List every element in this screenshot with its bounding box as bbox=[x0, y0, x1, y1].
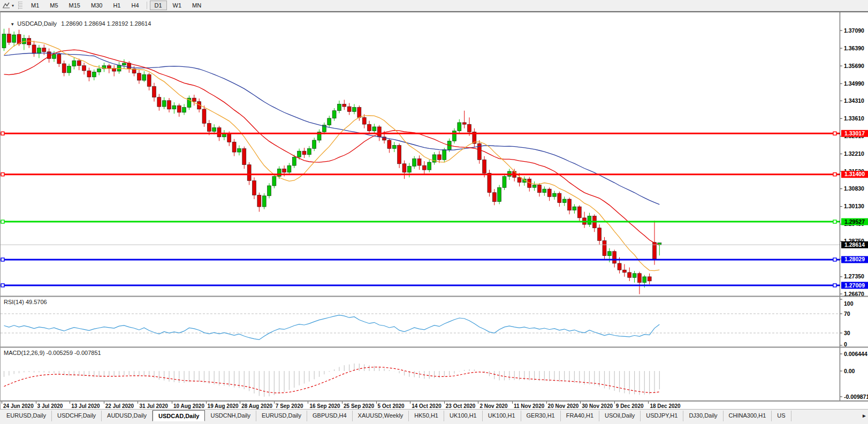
chart-tool-icon[interactable] bbox=[2, 2, 11, 9]
timeframe-button-D1[interactable]: D1 bbox=[150, 1, 167, 10]
rsi-line: 10070300 bbox=[1, 297, 868, 348]
date-tick bbox=[2, 402, 2, 404]
macd-panel[interactable]: 0.0064440.00-0.009871 bbox=[1, 348, 868, 400]
timeframe-button-M5[interactable]: M5 bbox=[45, 1, 63, 10]
svg-text:1.28614: 1.28614 bbox=[844, 241, 865, 248]
date-label: 25 Sep 2020 bbox=[344, 403, 374, 409]
date-tick bbox=[172, 402, 172, 404]
date-tick bbox=[274, 402, 275, 404]
chart-tab-EURUSD-Daily[interactable]: EURUSD,Daily bbox=[1, 411, 52, 421]
date-tick bbox=[410, 402, 410, 404]
date-label: 23 Oct 2020 bbox=[446, 403, 476, 409]
chart-tab-HK50-H1[interactable]: HK50,H1 bbox=[409, 411, 444, 421]
svg-text:-0.009871: -0.009871 bbox=[844, 393, 868, 400]
zigzag-icon bbox=[2, 2, 11, 9]
chart-tab-USOil-Daily[interactable]: USOil,Daily bbox=[599, 411, 641, 421]
chart-tab-UK100-H1[interactable]: UK100,H1 bbox=[483, 411, 521, 421]
collapse-caret-icon[interactable]: ▼ bbox=[10, 22, 14, 27]
chart-window[interactable]: ▼USDCAD,Daily1.28690 1.28694 1.28192 1.2… bbox=[0, 11, 868, 409]
svg-text:1.36390: 1.36390 bbox=[844, 45, 864, 51]
date-label: 30 Nov 2020 bbox=[582, 403, 613, 409]
timeframe-button-W1[interactable]: W1 bbox=[168, 1, 187, 10]
timeframe-button-M1[interactable]: M1 bbox=[26, 1, 44, 10]
chart-ohlc-values: 1.28690 1.28694 1.28192 1.28614 bbox=[61, 20, 151, 27]
date-label: 16 Sep 2020 bbox=[309, 403, 340, 409]
chart-tab-USDCHF-Daily[interactable]: USDCHF,Daily bbox=[52, 411, 102, 421]
svg-text:1.29527: 1.29527 bbox=[844, 218, 865, 225]
svg-text:1.32210: 1.32210 bbox=[844, 150, 864, 157]
candlesticks: 1.370901.363901.356901.349901.343101.336… bbox=[1, 12, 868, 297]
date-tick bbox=[70, 402, 70, 404]
date-label: 10 Aug 2020 bbox=[173, 403, 204, 409]
chart-tool-dropdown-icon[interactable]: ▾ bbox=[12, 3, 14, 8]
date-label: 7 Sep 2020 bbox=[276, 403, 303, 409]
chart-tab-US[interactable]: US bbox=[772, 411, 791, 421]
chart-tab-GBPUSD-H4[interactable]: GBPUSD,H4 bbox=[307, 411, 353, 421]
date-label: 13 Jul 2020 bbox=[71, 403, 100, 409]
svg-text:1.30130: 1.30130 bbox=[844, 203, 864, 209]
chart-tab-UK100-H1[interactable]: UK100,H1 bbox=[444, 411, 483, 421]
date-label: 22 Jul 2020 bbox=[105, 403, 134, 409]
rsi-indicator-label: RSI(14) 49.5706 bbox=[4, 299, 47, 305]
date-label: 31 Jul 2020 bbox=[139, 403, 167, 409]
svg-text:0.00: 0.00 bbox=[844, 368, 855, 374]
chart-tab-XAUUSD-Weekly[interactable]: XAUUSD,Weekly bbox=[353, 411, 409, 421]
svg-text:1.33017: 1.33017 bbox=[844, 130, 865, 137]
chart-tab-EURUSD-Daily[interactable]: EURUSD,Daily bbox=[256, 411, 307, 421]
chart-tab-DJ30-Daily[interactable]: DJ30,Daily bbox=[683, 411, 723, 421]
svg-text:1.34990: 1.34990 bbox=[844, 80, 864, 87]
svg-text:0: 0 bbox=[844, 341, 847, 347]
svg-text:1.33610: 1.33610 bbox=[844, 115, 864, 122]
date-tick bbox=[138, 402, 138, 404]
date-label: 18 Dec 2020 bbox=[650, 403, 680, 409]
timeframe-button-H1[interactable]: H1 bbox=[108, 1, 125, 10]
date-tick bbox=[36, 402, 36, 404]
date-label: 5 Oct 2020 bbox=[378, 403, 405, 409]
rsi-panel[interactable]: 10070300 bbox=[1, 297, 868, 348]
svg-text:1.34310: 1.34310 bbox=[844, 97, 864, 104]
date-label: 2 Nov 2020 bbox=[479, 403, 507, 409]
date-label: 14 Oct 2020 bbox=[412, 403, 441, 409]
chart-tabbar: EURUSD,DailyUSDCHF,DailyAUDUSD,DailyUSDC… bbox=[0, 409, 868, 424]
macd-indicator-label: MACD(12,26,9) -0.005259 -0.007851 bbox=[4, 350, 101, 356]
svg-text:0.006444: 0.006444 bbox=[844, 351, 867, 357]
chart-tab-GER30-H1[interactable]: GER30,H1 bbox=[521, 411, 561, 421]
svg-text:1.27009: 1.27009 bbox=[844, 282, 865, 289]
chart-tab-USDCNH-Daily[interactable]: USDCNH,Daily bbox=[205, 411, 256, 421]
svg-text:30: 30 bbox=[844, 330, 850, 336]
date-label: 9 Dec 2020 bbox=[616, 403, 644, 409]
chart-tab-FRA40-H1[interactable]: FRA40,H1 bbox=[561, 411, 599, 421]
date-tick bbox=[308, 402, 308, 404]
date-label: 28 Aug 2020 bbox=[241, 403, 272, 409]
date-tick bbox=[614, 402, 615, 404]
date-tick bbox=[104, 402, 104, 404]
tab-scroll-right-icon[interactable]: ► bbox=[862, 413, 867, 419]
svg-text:100: 100 bbox=[844, 300, 854, 307]
timeframe-button-M15[interactable]: M15 bbox=[64, 1, 85, 10]
price-chart-panel[interactable]: 1.370901.363901.356901.349901.343101.336… bbox=[1, 12, 868, 297]
chart-tab-USDJPY-H1[interactable]: USDJPY,H1 bbox=[641, 411, 683, 421]
date-tick bbox=[512, 402, 513, 404]
date-tick bbox=[546, 402, 547, 404]
svg-text:1.37090: 1.37090 bbox=[844, 27, 864, 34]
svg-text:1.31400: 1.31400 bbox=[844, 171, 865, 177]
date-tick bbox=[342, 402, 342, 404]
chart-tab-USDCAD-Daily[interactable]: USDCAD,Daily bbox=[153, 410, 205, 421]
date-label: 11 Nov 2020 bbox=[514, 403, 544, 409]
date-label: 24 Jun 2020 bbox=[3, 403, 34, 409]
svg-text:1.35690: 1.35690 bbox=[844, 63, 864, 69]
timeframe-button-MN[interactable]: MN bbox=[187, 1, 206, 10]
chart-tab-CHINA300-H1[interactable]: CHINA300,H1 bbox=[724, 411, 772, 421]
date-tick bbox=[478, 402, 478, 404]
timeframe-button-M30[interactable]: M30 bbox=[86, 1, 107, 10]
timeframe-button-H4[interactable]: H4 bbox=[126, 1, 143, 10]
svg-text:1.30830: 1.30830 bbox=[844, 185, 864, 192]
svg-text:1.28029: 1.28029 bbox=[844, 256, 865, 262]
date-tick bbox=[206, 402, 207, 404]
toolbar-grip-handle[interactable] bbox=[18, 2, 22, 9]
date-tick bbox=[444, 402, 445, 404]
macd-histogram: 0.0064440.00-0.009871 bbox=[4, 348, 868, 400]
date-tick bbox=[580, 402, 581, 404]
chart-tab-AUDUSD-Daily[interactable]: AUDUSD,Daily bbox=[102, 411, 153, 421]
chart-symbol-period: USDCAD,Daily bbox=[17, 20, 57, 27]
